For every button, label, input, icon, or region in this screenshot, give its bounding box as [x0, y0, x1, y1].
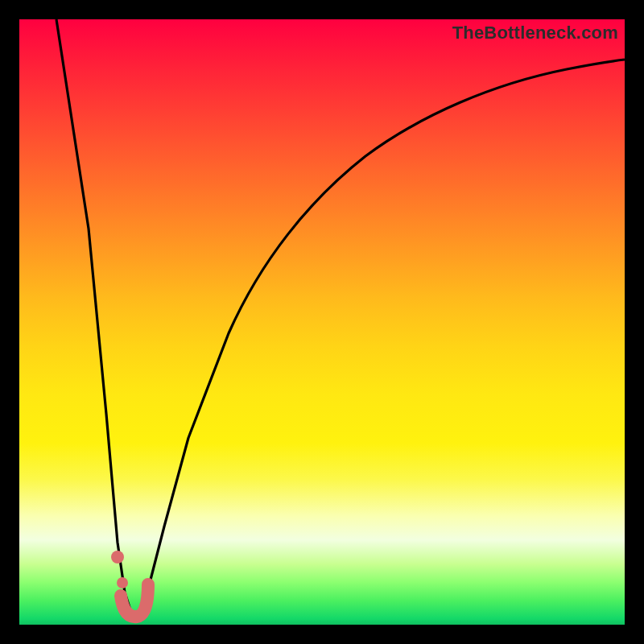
- plot-area: TheBottleneck.com: [19, 19, 625, 625]
- bottleneck-curve: [19, 19, 625, 625]
- curve-path: [56, 19, 625, 615]
- highlight-j: [121, 584, 148, 617]
- highlight-dot: [117, 577, 128, 588]
- highlight-dot: [111, 551, 124, 564]
- chart-frame: TheBottleneck.com: [0, 0, 644, 644]
- highlight-cluster: [111, 551, 148, 617]
- watermark-text: TheBottleneck.com: [452, 23, 618, 43]
